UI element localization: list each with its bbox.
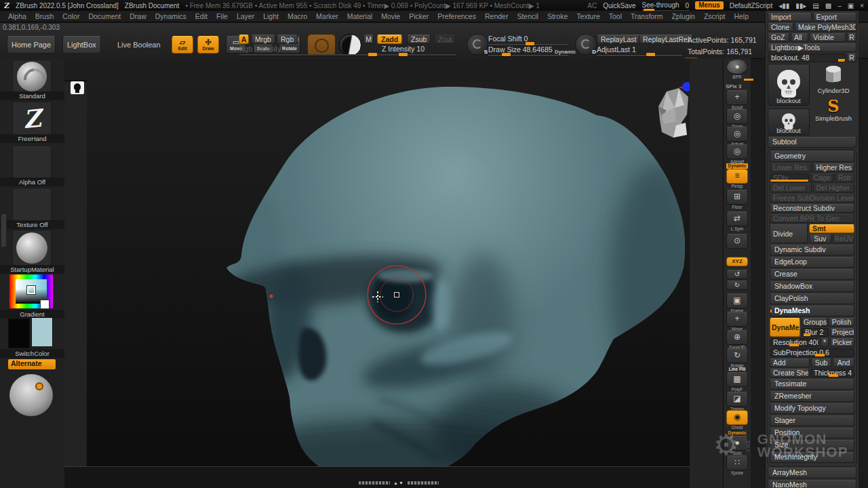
spix-handle[interactable] (744, 79, 753, 81)
restore-icon[interactable]: ▣ (848, 2, 854, 9)
palette-icon[interactable]: ▤ (812, 2, 818, 9)
and-toggle[interactable]: And (833, 359, 854, 367)
lower-res-button[interactable]: Lower Res (770, 163, 812, 172)
see-through-slider[interactable]: See-through (642, 1, 679, 9)
menu-preferences[interactable]: Preferences (437, 12, 476, 20)
claypolish-section[interactable]: ClayPolish (770, 293, 854, 304)
current-material-thumb-button[interactable] (12, 230, 52, 266)
lazy-mouse-button[interactable]: D (575, 34, 597, 56)
scroll-canvas-button[interactable]: +Scroll (726, 90, 748, 110)
rgb-intensity-track[interactable] (239, 54, 380, 56)
light-placement-sphere[interactable] (9, 374, 53, 416)
current-brush-button[interactable] (12, 60, 52, 93)
menu-material[interactable]: Material (347, 12, 372, 20)
reuv-button[interactable]: ReUV (833, 235, 855, 243)
zoom3d-button[interactable]: ⊕Zoom3D (726, 330, 748, 350)
menu-color[interactable]: Color (62, 12, 79, 20)
menu-marker[interactable]: Marker (316, 12, 338, 20)
tool-r-button[interactable]: R (847, 54, 856, 62)
clone-button[interactable]: Clone (768, 23, 793, 32)
polish-toggle[interactable]: Polish (829, 318, 854, 327)
home-page-button[interactable]: Home Page (7, 36, 56, 54)
create-shell-button[interactable]: Create Shell (770, 369, 809, 378)
lightbox-tools-button[interactable]: Lightbox▶Tools (768, 43, 856, 52)
thickness-slider[interactable]: Thickness 4 (810, 369, 854, 378)
rgb-intensity-handle[interactable] (368, 53, 377, 56)
export-button[interactable]: Export (813, 13, 857, 22)
stroke-curve-button[interactable]: S (467, 34, 488, 56)
aahalf-button[interactable]: ◎AAHalf (726, 144, 748, 165)
xpose-button[interactable]: ∷Xpose (726, 455, 748, 476)
dynamesh-button[interactable]: DynaMesh (770, 318, 800, 337)
current-texture-button[interactable] (12, 188, 52, 221)
menu-help[interactable]: Help (734, 12, 749, 20)
pivot-lock-button[interactable]: ⊙ (726, 234, 748, 249)
tray-right-icon[interactable]: ▮▮▸ (795, 2, 806, 9)
frame-button[interactable]: ▣Frame (726, 293, 748, 314)
menu-macro[interactable]: Macro (288, 12, 307, 20)
del-lower-button[interactable]: Del Lower (770, 184, 812, 192)
zadd-toggle[interactable]: Zadd (377, 35, 402, 44)
sub-toggle[interactable]: Sub (811, 359, 831, 367)
menu-zplugin[interactable]: Zplugin (671, 12, 694, 20)
position-section[interactable]: Position (770, 428, 854, 439)
active-tool-slider-handle[interactable] (838, 59, 846, 62)
menu-picker[interactable]: Picker (409, 12, 429, 20)
active-tool-slider[interactable]: blockout. 48 (768, 54, 846, 62)
rotate3d-button[interactable]: ↻Rotate (726, 348, 748, 369)
size-section[interactable]: Size (770, 440, 854, 451)
solo-button[interactable]: Dynamic ●Solo (726, 430, 748, 456)
divide-button[interactable]: Divide (770, 224, 808, 243)
camview-head-widget[interactable] (658, 88, 688, 138)
groups-toggle[interactable]: Groups (802, 318, 827, 327)
reconstruct-subdiv-button[interactable]: Reconstruct Subdiv (770, 204, 854, 213)
menu-file[interactable]: File (216, 12, 228, 20)
simplebrush-tool[interactable]: S SimpleBrush (811, 98, 856, 122)
menu-brush[interactable]: Brush (35, 12, 54, 20)
ghost-button[interactable]: ◉Ghost (726, 410, 748, 430)
menu-layer[interactable]: Layer (237, 12, 254, 20)
close-icon[interactable]: × (860, 2, 864, 9)
redo-button[interactable]: ↻ (726, 281, 748, 290)
thickness-handle[interactable] (829, 374, 838, 377)
edgeloop-section[interactable]: EdgeLoop (770, 257, 854, 268)
draw-button[interactable]: ✣ Draw (197, 36, 219, 54)
suv-toggle[interactable]: Suv (809, 235, 831, 243)
meshintegrity-section[interactable]: MeshIntegrity (770, 452, 854, 463)
subprojection-slider[interactable]: SubProjection 0.6 (770, 348, 854, 357)
visible-button[interactable]: Visible (810, 33, 846, 42)
current-alpha-button[interactable] (12, 145, 52, 178)
document-head-icon[interactable] (71, 81, 84, 94)
persp-button[interactable]: Dynamic ≡Persp (726, 163, 748, 189)
resolution-handle[interactable] (789, 344, 799, 346)
tray-scrollbar[interactable] (1, 214, 7, 247)
menu-alpha[interactable]: Alpha (8, 12, 26, 20)
zcut-toggle[interactable]: Zcut (434, 35, 456, 44)
z-intensity-handle[interactable] (399, 53, 408, 56)
add-toggle[interactable]: Add (770, 359, 810, 367)
local-symmetry-button[interactable]: ⇄L.Sym (726, 211, 748, 232)
edit-button[interactable]: ▱ Edit (172, 36, 193, 54)
rgb-intensity-slider[interactable]: Rgb Intensity (239, 45, 281, 53)
material-a-toggle[interactable]: A (239, 35, 249, 44)
skull-sculpt-viewport[interactable] (87, 81, 690, 466)
draw-size-slider[interactable]: Draw Size 48.64685 (488, 45, 553, 54)
crease-section[interactable]: Crease (770, 269, 854, 280)
lightbox-button[interactable]: LightBox (62, 36, 101, 54)
project-toggle[interactable]: Project (830, 328, 854, 337)
goz-button[interactable]: GoZ (768, 33, 789, 42)
dynamesh-section-header[interactable]: DynaMesh (770, 306, 854, 317)
nanomesh-section[interactable]: NanoMesh (768, 480, 856, 488)
blur-slider[interactable]: Blur 2 (802, 328, 829, 337)
adjust-last-handle[interactable] (646, 53, 655, 56)
menu-movie[interactable]: Movie (381, 12, 400, 20)
blur-handle[interactable] (804, 333, 810, 336)
cage-button[interactable]: Cage (810, 174, 833, 182)
rstr-button[interactable]: Rstr (835, 174, 854, 182)
adjust-last-slider[interactable]: AdjustLast 1 (597, 45, 636, 54)
menu-zscript[interactable]: Zscript (704, 12, 726, 20)
current-stroke-button[interactable] (307, 34, 336, 56)
all-button[interactable]: All (791, 33, 808, 42)
resolution-star-button[interactable]: * (821, 338, 829, 347)
geometry-section-header[interactable]: Geometry (770, 151, 854, 162)
